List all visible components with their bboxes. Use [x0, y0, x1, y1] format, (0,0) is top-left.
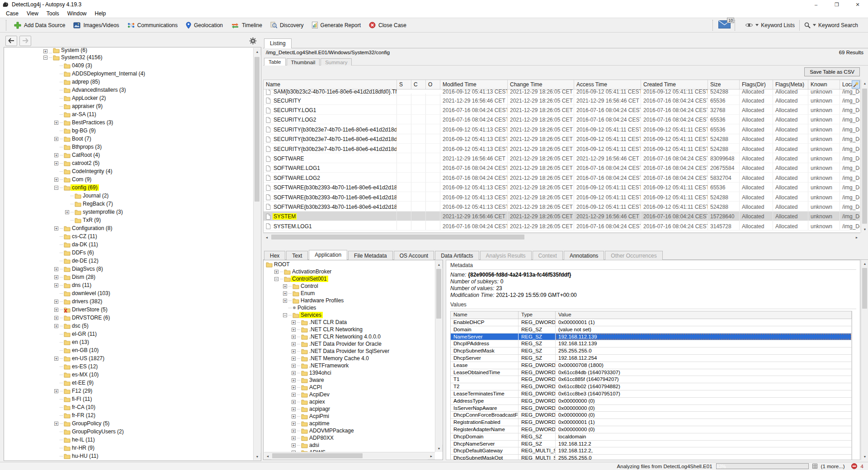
- directory-tree-item[interactable]: fr-CA (10): [5, 403, 253, 411]
- directory-tree-item[interactable]: fr-FR (12): [5, 411, 253, 419]
- expand-icon[interactable]: +: [292, 414, 296, 418]
- directory-tree-item[interactable]: +dsc (5): [5, 322, 253, 330]
- images-videos-button[interactable]: Images/Videos: [69, 20, 123, 30]
- collapse-icon[interactable]: −: [43, 56, 47, 60]
- registry-value-row[interactable]: T2REG_DWORD0x61cc8b02 (1640794882): [451, 383, 852, 390]
- tab-data-artifacts[interactable]: Data Artifacts: [435, 251, 479, 260]
- expand-icon[interactable]: +: [54, 308, 58, 312]
- tab-os-account[interactable]: OS Account: [394, 251, 434, 260]
- column-header-known[interactable]: Known: [808, 80, 840, 89]
- registry-tree-item[interactable]: +AcpiPmi: [264, 413, 435, 420]
- directory-tree-item[interactable]: he-IL (11): [5, 436, 253, 444]
- registry-value-row[interactable]: LeaseObtainedTimeREG_DWORD0x61cc84db (16…: [451, 369, 852, 376]
- expand-icon[interactable]: +: [54, 275, 58, 279]
- registry-value-row[interactable]: DhcpServerREG_SZ192.168.112.254: [451, 355, 852, 362]
- tab-annotations[interactable]: Annotations: [564, 251, 604, 260]
- communications-button[interactable]: Communications: [123, 20, 182, 30]
- directory-tree-item[interactable]: hu-HU (11): [5, 452, 253, 460]
- expand-icon[interactable]: +: [283, 291, 287, 296]
- minimize-button[interactable]: –: [806, 0, 826, 9]
- collapse-icon[interactable]: −: [274, 277, 278, 281]
- tab-application[interactable]: Application: [309, 250, 347, 260]
- directory-tree-item[interactable]: Journal (2): [5, 192, 253, 200]
- registry-tree-vscrollbar[interactable]: ▲ ▼: [435, 261, 442, 452]
- registry-tree-item[interactable]: +Control: [264, 282, 435, 290]
- discovery-button[interactable]: Discovery: [266, 20, 308, 30]
- file-row[interactable]: SYSTEM2021-12-29 16:56:46 CET2021-12-29 …: [264, 212, 860, 221]
- registry-tree-item[interactable]: +Hardware Profiles: [264, 297, 435, 304]
- registry-tree-item[interactable]: +ADP80XX: [264, 434, 435, 442]
- registry-tree-item[interactable]: +.NETFramework: [264, 362, 435, 369]
- directory-tree-item[interactable]: adprep (85): [5, 78, 253, 86]
- column-header-access-time[interactable]: Access Time: [574, 80, 641, 89]
- directory-tree-item[interactable]: et-EE (9): [5, 379, 253, 387]
- registry-value-row[interactable]: NameServerREG_SZ192.168.112.139: [451, 334, 852, 341]
- directory-tree-item[interactable]: 0409 (3): [5, 61, 253, 70]
- directory-tree-item[interactable]: +catroot2 (5): [5, 159, 253, 167]
- expand-icon[interactable]: +: [54, 161, 58, 165]
- values-column-header-type[interactable]: Type: [519, 311, 556, 319]
- expand-icon[interactable]: +: [54, 389, 58, 393]
- metadata-vscrollbar[interactable]: ▲ ▼: [861, 260, 868, 460]
- expand-icon[interactable]: +: [274, 270, 278, 274]
- file-row[interactable]: SOFTWARE2021-12-29 16:56:46 CET2021-12-2…: [264, 153, 860, 163]
- column-header-flags-meta[interactable]: Flags(Meta): [773, 80, 808, 89]
- registry-tree-item[interactable]: ROOT: [264, 261, 435, 268]
- directory-tree-item[interactable]: −System32 (4156): [5, 53, 253, 61]
- directory-tree-item[interactable]: +Boot (7): [5, 135, 253, 143]
- directory-tree-item[interactable]: +systemprofile (3): [5, 208, 253, 216]
- registry-value-row[interactable]: DhcpConnForceBroadcastFlagREG_DWORD0x000…: [451, 412, 852, 419]
- registry-tree-item[interactable]: +.NET CLR Data: [264, 319, 435, 326]
- registry-tree-item[interactable]: +adsi: [264, 442, 435, 449]
- registry-tree-item[interactable]: +ACPI: [264, 384, 435, 391]
- directory-tree-item[interactable]: es-MX (10): [5, 371, 253, 379]
- expand-icon[interactable]: +: [292, 349, 296, 353]
- maximize-button[interactable]: ❐: [826, 0, 847, 9]
- expand-icon[interactable]: +: [292, 422, 296, 426]
- expand-icon[interactable]: +: [283, 299, 287, 303]
- directory-tree-item[interactable]: en (13): [5, 338, 253, 346]
- view-tab-table[interactable]: Table: [264, 58, 286, 66]
- registry-tree-item[interactable]: +.NET Data Provider for Oracle: [264, 340, 435, 348]
- registry-value-row[interactable]: DhcpNameServerREG_SZ192.168.112.2: [451, 441, 852, 448]
- column-header-modified-time[interactable]: Modified Time: [440, 80, 508, 89]
- directory-tree-item[interactable]: ADDSDeployment_Internal (4): [5, 70, 253, 78]
- expand-icon[interactable]: +: [54, 153, 58, 157]
- file-table-hscrollbar[interactable]: ◄ ►: [263, 233, 860, 240]
- file-table-vscrollbar[interactable]: ▲ ▼: [861, 80, 868, 233]
- values-column-header-value[interactable]: Value: [556, 311, 852, 319]
- expand-icon[interactable]: +: [292, 436, 296, 440]
- tab-text[interactable]: Text: [286, 251, 308, 260]
- registry-tree-item[interactable]: +3ware: [264, 376, 435, 384]
- background-tasks-icon[interactable]: [812, 464, 817, 469]
- expand-icon[interactable]: +: [292, 357, 296, 361]
- values-column-header-name[interactable]: Name: [451, 311, 519, 319]
- expand-icon[interactable]: +: [54, 300, 58, 304]
- save-table-as-csv-button[interactable]: Save Table as CSV: [804, 67, 860, 76]
- registry-value-row[interactable]: RegistrationEnabledREG_DWORD0x00000001 (…: [451, 419, 852, 426]
- directory-tree-item[interactable]: +Configuration (8): [5, 224, 253, 232]
- expand-icon[interactable]: +: [292, 371, 296, 375]
- directory-tree-item[interactable]: hr-HR (9): [5, 444, 253, 452]
- expand-icon[interactable]: +: [292, 364, 296, 368]
- directory-tree-item[interactable]: +en-US (1827): [5, 354, 253, 362]
- registry-tree-hscrollbar[interactable]: ◄ ►: [264, 452, 435, 459]
- tab-listing[interactable]: Listing: [264, 38, 292, 48]
- column-header-flags-dir[interactable]: Flags(Dir): [740, 80, 773, 89]
- expand-icon[interactable]: +: [54, 357, 58, 361]
- directory-tree-item[interactable]: de-DE (12): [5, 257, 253, 265]
- directory-tree-item[interactable]: DDFs (6): [5, 249, 253, 257]
- directory-tree-item[interactable]: +DriverStore (5): [5, 306, 253, 314]
- expand-icon[interactable]: +: [292, 407, 296, 411]
- directory-tree-item[interactable]: TxR (9): [5, 216, 253, 224]
- table-options-button[interactable]: [852, 80, 860, 89]
- registry-tree-item[interactable]: +AcpiDev: [264, 391, 435, 398]
- directory-tree-item[interactable]: −config (69): [5, 183, 253, 192]
- directory-tree-item[interactable]: bg-BG (9): [5, 127, 253, 135]
- file-row[interactable]: SOFTWARE{b30b2393-4b70-11e6-80e6-e41d2d1…: [264, 192, 860, 202]
- registry-tree-item[interactable]: +acpipagr: [264, 405, 435, 413]
- expand-icon[interactable]: +: [54, 283, 58, 287]
- expand-icon[interactable]: +: [292, 443, 296, 447]
- gear-icon[interactable]: [249, 37, 257, 45]
- directory-tree-item[interactable]: es-ES (12): [5, 362, 253, 371]
